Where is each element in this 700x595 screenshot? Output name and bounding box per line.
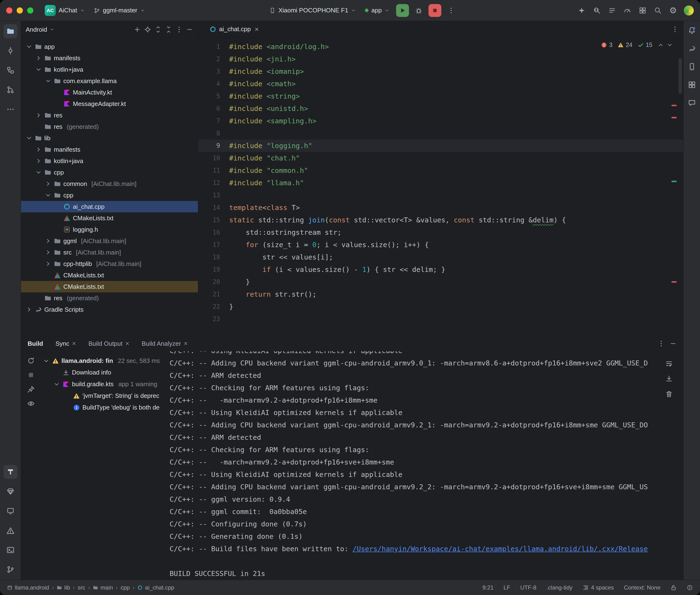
line-number: 11: [198, 167, 229, 174]
code-line[interactable]: 10#include "chat.h": [198, 152, 683, 164]
code-line[interactable]: 19 if (i < values.size() - 1) { str << d…: [198, 263, 683, 276]
line-number: 13: [198, 192, 229, 199]
code-text: for (size_t i = 0; i < values.size(); i+…: [229, 241, 429, 249]
line-number: 18: [198, 254, 229, 261]
code-line[interactable]: 7#include <sampling.h>: [198, 115, 683, 127]
line-number: 7: [198, 117, 229, 124]
editor-area: ai_chat.cpp × 1#include <android/log.h>2…: [198, 21, 683, 336]
error-stripe-mark[interactable]: [671, 105, 677, 106]
editor-options-icon[interactable]: [671, 26, 678, 33]
code-line[interactable]: 3#include <iomanip>: [198, 65, 683, 78]
line-number: 20: [198, 278, 229, 285]
code-line[interactable]: 14template<class T>: [198, 201, 683, 214]
code-line[interactable]: 5#include <string>: [198, 90, 683, 103]
code-line[interactable]: 16 std::ostringstream str;: [198, 226, 683, 238]
code-lines: 1#include <android/log.h>2#include <jni.…: [198, 40, 683, 325]
soft-wrap-icon[interactable]: [665, 360, 673, 367]
console-line: C/C++: -- Using KleidiAI optimized kerne…: [170, 406, 683, 419]
code-line[interactable]: 17 for (size_t i = 0; i < values.size();…: [198, 238, 683, 251]
code-line[interactable]: 23: [198, 313, 683, 325]
code-line[interactable]: 18 str << values[i];: [198, 251, 683, 263]
code-text: str << values[i];: [229, 253, 333, 261]
code-text: return str.str();: [229, 290, 316, 298]
code-editor[interactable]: 1#include <android/log.h>2#include <jni.…: [198, 38, 683, 336]
line-number: 12: [198, 179, 229, 187]
code-line[interactable]: 11#include "common.h": [198, 164, 683, 177]
console-line: C/C++: -- Adding CPU backend variant ggm…: [170, 357, 683, 369]
console-line: C/C++: -- ggml version: 0.9.4: [170, 493, 683, 506]
build-console[interactable]: C/C++: -- Using KleidiAI optimized kerne…: [170, 351, 683, 580]
console-line: C/C++: -- ARM detected: [170, 431, 683, 444]
editor-scrollbar[interactable]: [678, 58, 682, 94]
code-text: static std::string join(const std::vecto…: [229, 216, 566, 224]
console-line: BUILD SUCCESSFUL in 21s: [170, 567, 683, 580]
code-line[interactable]: 6#include <unistd.h>: [198, 103, 683, 115]
line-number: 3: [198, 68, 229, 75]
cpp-file-icon: [209, 26, 216, 33]
console-line: C/C++: -- Using KleidiAI optimized kerne…: [170, 351, 683, 357]
code-text: #include "llama.h": [229, 179, 304, 187]
line-number: 23: [198, 315, 229, 322]
line-number: 8: [198, 130, 229, 137]
code-line[interactable]: 15static std::string join(const std::vec…: [198, 214, 683, 226]
clear-console-icon[interactable]: [665, 390, 673, 398]
code-text: std::ostringstream str;: [229, 228, 341, 236]
scroll-to-end-icon[interactable]: [665, 375, 673, 382]
code-text: template<class T>: [229, 204, 300, 212]
code-line[interactable]: 8: [198, 127, 683, 140]
code-line[interactable]: 20 }: [198, 276, 683, 288]
code-text: }: [229, 303, 233, 311]
line-number: 9: [198, 142, 229, 149]
code-line[interactable]: 21 return str.str();: [198, 288, 683, 301]
line-number: 6: [198, 105, 229, 112]
prev-problem-icon[interactable]: [657, 42, 664, 48]
console-line: C/C++: -- Checking for ARM features usin…: [170, 382, 683, 394]
console-line: C/C++: -- Build files have been written …: [170, 543, 683, 555]
passed-count: 15: [646, 41, 652, 48]
console-toolbar: [665, 360, 673, 398]
code-line[interactable]: 9#include "logging.h": [198, 140, 683, 152]
console-line: C/C++: -- -march=armv9.2-a+dotprod+fp16+…: [170, 394, 683, 406]
error-count: 3: [609, 41, 612, 48]
error-stripe-mark[interactable]: [671, 117, 677, 118]
error-stripe-mark[interactable]: [671, 281, 677, 283]
line-number: 10: [198, 154, 229, 162]
error-icon: [601, 42, 607, 48]
code-line[interactable]: 2#include <jni.h>: [198, 53, 683, 65]
line-number: 19: [198, 266, 229, 273]
editor-tab-bar: ai_chat.cpp ×: [198, 21, 683, 38]
warning-count: 24: [626, 41, 632, 48]
line-number: 15: [198, 217, 229, 224]
warning-icon: [618, 42, 624, 48]
code-text: }: [229, 278, 250, 286]
console-line: [170, 555, 683, 567]
console-line: C/C++: -- Using KleidiAI optimized kerne…: [170, 468, 683, 481]
line-number: 1: [198, 43, 229, 50]
console-line: C/C++: -- Generating done (0.1s): [170, 530, 683, 543]
line-number: 16: [198, 229, 229, 236]
console-line: C/C++: -- Adding CPU backend variant ggm…: [170, 419, 683, 431]
editor-tab-title: ai_chat.cpp: [219, 26, 251, 33]
console-output: C/C++: -- Using KleidiAI optimized kerne…: [170, 351, 683, 580]
code-text: #include "common.h": [229, 166, 308, 174]
code-text: #include "chat.h": [229, 154, 300, 162]
console-line: C/C++: -- ARM detected: [170, 369, 683, 382]
code-line[interactable]: 4#include <cmath>: [198, 78, 683, 90]
next-problem-icon[interactable]: [667, 42, 673, 48]
code-text: #include <unistd.h>: [229, 105, 308, 113]
editor-tab[interactable]: ai_chat.cpp ×: [204, 21, 264, 37]
change-stripe-mark[interactable]: [671, 181, 677, 182]
console-file-link[interactable]: /Users/hanyin/Workspace/ai-chat/examples…: [353, 545, 648, 553]
code-text: #include <jni.h>: [229, 55, 296, 63]
inspections-widget[interactable]: 3 24 15: [601, 41, 673, 48]
line-number: 4: [198, 80, 229, 87]
check-icon: [638, 42, 644, 48]
code-text: if (i < values.size() - 1) { str << deli…: [229, 265, 445, 274]
line-number: 21: [198, 291, 229, 298]
line-number: 14: [198, 204, 229, 211]
code-line[interactable]: 22}: [198, 301, 683, 313]
code-line[interactable]: 13: [198, 189, 683, 201]
console-line: C/C++: -- Configuring done (0.7s): [170, 518, 683, 530]
code-line[interactable]: 12#include "llama.h": [198, 177, 683, 189]
close-tab-icon[interactable]: ×: [255, 25, 259, 33]
